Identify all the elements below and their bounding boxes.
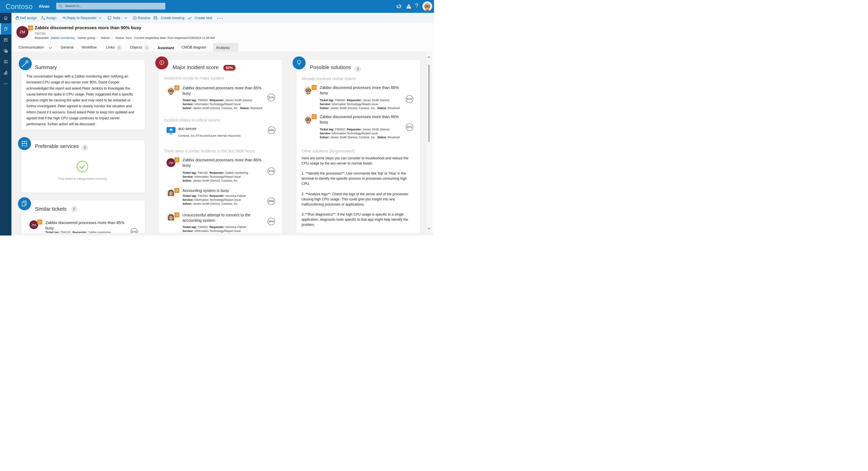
svg-text:ZM: ZM [169, 161, 173, 164]
svg-text:ZM: ZM [32, 223, 36, 227]
